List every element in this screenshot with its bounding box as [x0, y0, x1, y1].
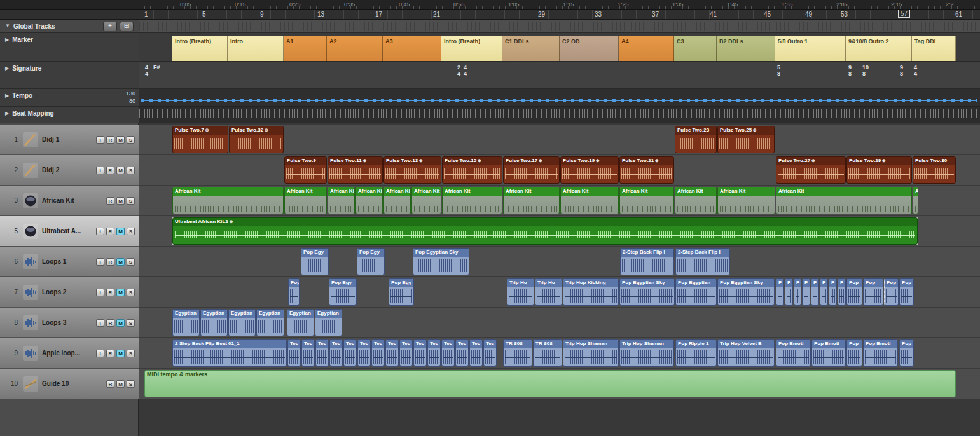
marker-region[interactable]: A1: [284, 36, 327, 61]
record-enable-button[interactable]: R: [106, 136, 114, 144]
region-tec[interactable]: Tec: [385, 339, 399, 367]
region-african-kit[interactable]: African Kit: [172, 187, 284, 214]
region-african-kit[interactable]: African Kit: [619, 187, 674, 214]
track-header-ultrabeat-a[interactable]: 5Ultrabeat A...IRMS: [0, 216, 139, 247]
region-p[interactable]: P: [785, 278, 793, 306]
region-egyptian[interactable]: Egyptian: [200, 309, 228, 336]
marker-region[interactable]: C2 OD: [560, 36, 619, 61]
solo-button[interactable]: S: [127, 167, 135, 174]
mute-button[interactable]: M: [116, 289, 125, 296]
marker-region[interactable]: 5/8 Outro 1: [775, 36, 846, 61]
region-tec[interactable]: Tec: [329, 339, 343, 367]
region-pop-emoti[interactable]: Pop Emoti: [863, 339, 898, 367]
region-p[interactable]: P: [811, 278, 819, 306]
region-pop-egy[interactable]: Pop Egy: [301, 248, 329, 275]
region-pop[interactable]: Pop: [899, 339, 914, 367]
region-tec[interactable]: Tec: [413, 339, 427, 367]
region-tec[interactable]: Tec: [427, 339, 441, 367]
region-pop-ripple-1[interactable]: Pop Ripple 1: [675, 339, 717, 367]
record-enable-button[interactable]: R: [106, 380, 114, 388]
region-pulse-two-19[interactable]: Pulse Two.19⊕: [560, 156, 619, 184]
region-egyptian[interactable]: Egyptian: [315, 309, 342, 336]
region-pulse-two-7[interactable]: Pulse Two.7⊕: [172, 126, 228, 153]
region-pop[interactable]: Pop: [899, 278, 914, 306]
region-trip-hop-shaman[interactable]: Trip Hop Shaman: [563, 339, 619, 367]
region-tec[interactable]: Tec: [371, 339, 385, 367]
disclosure-down-icon[interactable]: ▼: [5, 22, 10, 30]
input-monitoring-button[interactable]: I: [96, 228, 104, 235]
global-tracks-header[interactable]: ▼ Global Tracks + ⊞: [0, 20, 139, 33]
region-p[interactable]: P: [838, 278, 846, 306]
region-p[interactable]: P: [794, 278, 801, 306]
mute-button[interactable]: M: [116, 319, 125, 327]
region-pop-egyptian-sky[interactable]: Pop Egyptian Sky: [717, 278, 775, 306]
region-african-kit[interactable]: African Kit: [560, 187, 619, 214]
input-monitoring-button[interactable]: I: [96, 258, 104, 266]
region-tr-808[interactable]: TR-808: [533, 339, 562, 367]
tempo-lane[interactable]: [0, 89, 980, 107]
region-2-step-back-flip-i[interactable]: 2-Step Back Flip I: [620, 248, 674, 275]
region-african-kit[interactable]: African Kit: [503, 187, 560, 214]
solo-button[interactable]: S: [127, 380, 135, 388]
mute-button[interactable]: M: [116, 350, 125, 357]
marker-region[interactable]: C3: [674, 36, 717, 61]
mute-button[interactable]: M: [116, 380, 125, 388]
marker-region[interactable]: B2 DDLs: [717, 36, 775, 61]
region-pulse-two-29[interactable]: Pulse Two.29⊕: [846, 156, 912, 184]
region-p[interactable]: P: [829, 278, 837, 306]
region-tr-808[interactable]: TR-808: [503, 339, 532, 367]
region-pop-emoti[interactable]: Pop Emoti: [776, 339, 811, 367]
marker-track-header[interactable]: ▶ Marker: [0, 33, 139, 62]
region-african-kit[interactable]: African Kit: [328, 187, 355, 214]
input-monitoring-button[interactable]: I: [96, 167, 104, 174]
region-pop-egyptian-sky[interactable]: Pop Egyptian Sky: [413, 248, 469, 275]
region-african-kit[interactable]: African Kit: [355, 187, 383, 214]
solo-button[interactable]: S: [127, 289, 135, 296]
input-monitoring-button[interactable]: I: [96, 319, 104, 327]
record-enable-button[interactable]: R: [106, 319, 114, 327]
region-pulse-two-27[interactable]: Pulse Two.27⊕: [776, 156, 846, 184]
region-pop-emoti[interactable]: Pop Emoti: [811, 339, 846, 367]
region-p[interactable]: P: [802, 278, 810, 306]
region-pop[interactable]: Pop: [863, 278, 883, 306]
region-pop-egy[interactable]: Pop Egy: [329, 278, 357, 306]
region-pulse-two-23[interactable]: Pulse Two.23: [675, 126, 717, 153]
region-pop-egyptian[interactable]: Pop Egyptian: [675, 278, 717, 306]
record-enable-button[interactable]: R: [106, 289, 114, 296]
region-trip-ho[interactable]: Trip Ho: [507, 278, 534, 306]
region-african-kit[interactable]: African Kit: [284, 187, 327, 214]
region-pulse-two-9[interactable]: Pulse Two.9: [284, 156, 327, 184]
disclosure-right-icon[interactable]: ▶: [5, 110, 9, 118]
region-pulse-two-30[interactable]: Pulse Two.30: [913, 156, 956, 184]
region-pulse-two-21[interactable]: Pulse Two.21⊕: [619, 156, 674, 184]
region-egyptian[interactable]: Egyptian: [228, 309, 256, 336]
solo-button[interactable]: S: [127, 228, 135, 235]
region-african-kit[interactable]: African Kit: [383, 187, 411, 214]
mute-button[interactable]: M: [116, 167, 125, 174]
input-monitoring-button[interactable]: I: [96, 350, 104, 357]
region-pop[interactable]: Pop: [846, 339, 862, 367]
track-header-loops-3[interactable]: 8Loops 3IRMS: [0, 308, 139, 338]
region-trip-hop-shaman[interactable]: Trip Hop Shaman: [619, 339, 674, 367]
marker-lane[interactable]: Intro (Breath)IntroA1A2A3Intro (Breath)C…: [0, 33, 980, 62]
region-african-kit[interactable]: African Kit: [411, 187, 441, 214]
disclosure-right-icon[interactable]: ▶: [5, 92, 9, 100]
region-pop-egy[interactable]: Pop Egy: [389, 278, 414, 306]
region-tec[interactable]: Tec: [287, 339, 301, 367]
record-enable-button[interactable]: R: [106, 258, 114, 266]
beat-mapping-track-header[interactable]: ▶ Beat Mapping: [0, 107, 139, 123]
marker-region[interactable]: C1 DDLs: [502, 36, 560, 61]
disclosure-right-icon[interactable]: ▶: [5, 65, 9, 72]
track-header-african-kit[interactable]: 3African KitRMS: [0, 186, 139, 216]
beat-mapping-lane[interactable]: [0, 107, 980, 123]
input-monitoring-button[interactable]: I: [96, 289, 104, 296]
solo-button[interactable]: S: [127, 136, 135, 144]
marker-region[interactable]: Tag DDL: [912, 36, 956, 61]
region-pop[interactable]: Pop: [846, 278, 862, 306]
marker-region[interactable]: A3: [383, 36, 441, 61]
region-2-step-back-flip-beat-01-1[interactable]: 2-Step Back Flip Beat 01_1: [172, 339, 287, 367]
mute-button[interactable]: M: [116, 258, 125, 266]
mute-button[interactable]: M: [116, 136, 125, 144]
region-pulse-two-15[interactable]: Pulse Two.15⊕: [442, 156, 502, 184]
region-pulse-two-17[interactable]: Pulse Two.17⊕: [503, 156, 560, 184]
